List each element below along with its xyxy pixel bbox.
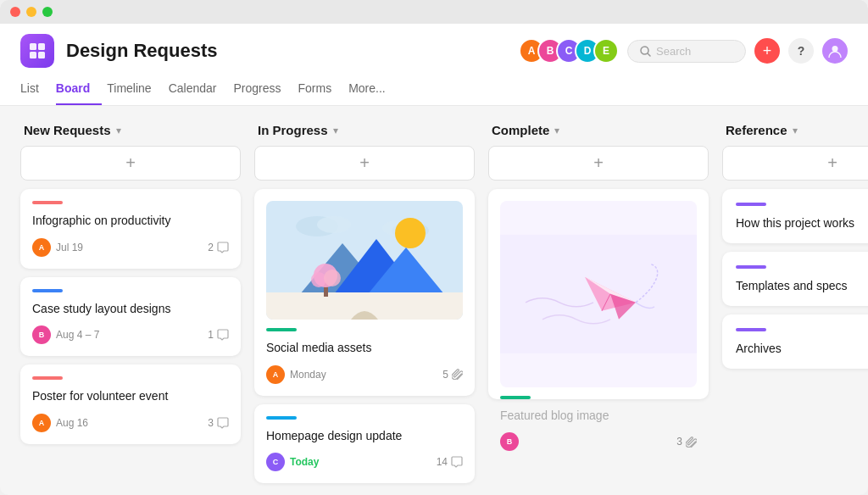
mountain-scene-svg — [266, 201, 463, 320]
card-meta: A Monday — [266, 365, 326, 384]
close-dot[interactable] — [10, 7, 20, 17]
header: Design Requests A B C D E Search — [0, 24, 868, 106]
card-infographic: Infographic on productivity A Jul 19 2 — [20, 189, 241, 269]
card-comments: 14 — [437, 456, 463, 468]
add-card-complete[interactable]: + — [488, 146, 709, 181]
column-reference: Reference ▾ + How this project works Tem… — [722, 123, 868, 478]
app-window: Design Requests A B C D E Search — [0, 0, 868, 495]
svg-rect-0 — [30, 43, 36, 50]
ref-card-archives: Archives — [722, 314, 868, 369]
card-homepage: Homepage design update C Today 14 — [254, 404, 475, 484]
card-date-today: Today — [290, 456, 319, 468]
card-case-study: Case study layout designs B Aug 4 – 7 1 — [20, 277, 241, 357]
user-avatar[interactable] — [822, 38, 848, 64]
card-title-homepage: Homepage design update — [266, 428, 463, 445]
project-title: Design Requests — [66, 40, 218, 62]
attachment-icon — [686, 437, 697, 448]
chevron-down-icon: ▾ — [116, 125, 121, 136]
card-label — [32, 201, 63, 204]
tab-forms[interactable]: Forms — [298, 76, 344, 105]
card-label — [32, 376, 63, 380]
attachment-count: 3 — [676, 436, 682, 448]
card-meta: B Aug 4 – 7 — [32, 325, 99, 344]
attachment-icon — [452, 369, 463, 380]
tab-more[interactable]: More... — [348, 76, 398, 105]
svg-point-9 — [317, 216, 351, 233]
search-icon — [640, 46, 651, 57]
comment-count: 3 — [208, 417, 214, 429]
tab-progress[interactable]: Progress — [233, 76, 292, 105]
card-label — [32, 289, 63, 292]
svg-rect-2 — [30, 52, 36, 58]
card-footer: B 3 — [500, 432, 697, 451]
card-title-case-study: Case study layout designs — [32, 301, 229, 318]
comment-icon — [217, 242, 229, 253]
attachment-count: 5 — [442, 369, 448, 381]
tab-timeline[interactable]: Timeline — [107, 76, 163, 105]
comment-icon — [217, 329, 229, 341]
add-card-reference[interactable]: + — [722, 146, 868, 181]
comment-count: 1 — [208, 329, 214, 341]
column-header-new-requests: New Requests ▾ — [20, 123, 241, 137]
avatar-5[interactable]: E — [593, 38, 619, 64]
card-comments: 2 — [208, 242, 229, 253]
column-header-complete: Complete ▾ — [488, 123, 709, 137]
help-button[interactable]: ? — [788, 38, 814, 64]
card-featured-blog: Featured blog image B 3 — [488, 189, 709, 399]
svg-line-5 — [648, 53, 650, 56]
card-label — [266, 416, 297, 420]
member-avatars: A B C D E — [519, 38, 619, 64]
ref-title-archives: Archives — [736, 342, 868, 355]
minimize-dot[interactable] — [26, 7, 36, 17]
maximize-dot[interactable] — [42, 7, 53, 17]
column-complete: Complete ▾ + — [488, 123, 709, 478]
chevron-down-icon: ▾ — [793, 125, 798, 136]
comment-count: 14 — [437, 456, 448, 468]
ref-label — [736, 265, 766, 269]
tab-board[interactable]: Board — [56, 76, 102, 105]
header-top: Design Requests A B C D E Search — [20, 34, 848, 68]
comment-icon — [217, 417, 229, 429]
nav-tabs: List Board Timeline Calendar Progress Fo… — [20, 76, 848, 105]
ref-card-how-it-works: How this project works — [722, 189, 868, 243]
chevron-down-icon: ▾ — [333, 125, 338, 136]
add-card-new-requests[interactable]: + — [20, 146, 241, 181]
card-footer: A Monday 5 — [266, 365, 463, 384]
card-avatar: B — [32, 325, 51, 344]
card-footer: B Aug 4 – 7 1 — [32, 325, 229, 344]
column-title-new-requests: New Requests — [24, 123, 111, 137]
svg-point-20 — [324, 270, 341, 286]
card-avatar: A — [266, 365, 285, 384]
header-left: Design Requests — [20, 34, 218, 68]
column-title-in-progress: In Progress — [258, 123, 328, 137]
comment-icon — [451, 456, 463, 468]
chevron-down-icon: ▾ — [554, 125, 559, 136]
column-in-progress: In Progress ▾ + — [254, 123, 475, 478]
app-icon — [20, 34, 54, 68]
column-new-requests: New Requests ▾ + Infographic on producti… — [20, 123, 241, 478]
card-comments: 3 — [208, 417, 229, 429]
card-attachments: 5 — [442, 369, 463, 381]
card-meta: A Jul 19 — [32, 238, 83, 257]
card-footer: A Aug 16 3 — [32, 414, 229, 432]
search-bar[interactable]: Search — [627, 40, 746, 63]
card-title-poster: Poster for volunteer event — [32, 388, 229, 405]
svg-rect-3 — [38, 52, 45, 58]
ref-card-templates: Templates and specs — [722, 252, 868, 306]
card-footer: C Today 14 — [266, 453, 463, 471]
board-area: New Requests ▾ + Infographic on producti… — [0, 106, 868, 495]
add-button[interactable]: + — [754, 38, 780, 64]
add-card-in-progress[interactable]: + — [254, 146, 475, 181]
column-title-complete: Complete — [492, 123, 549, 137]
tab-list[interactable]: List — [20, 76, 51, 105]
card-date: Jul 19 — [56, 242, 83, 253]
card-label — [500, 396, 531, 399]
tab-calendar[interactable]: Calendar — [169, 76, 229, 105]
plane-scene-svg — [500, 201, 697, 387]
ref-title-templates: Templates and specs — [736, 279, 868, 292]
card-meta: B — [500, 432, 519, 451]
card-attachments: 3 — [676, 436, 697, 448]
card-meta: A Aug 16 — [32, 414, 88, 432]
card-footer: A Jul 19 2 — [32, 238, 229, 257]
ref-title-how-it-works: How this project works — [736, 216, 868, 230]
